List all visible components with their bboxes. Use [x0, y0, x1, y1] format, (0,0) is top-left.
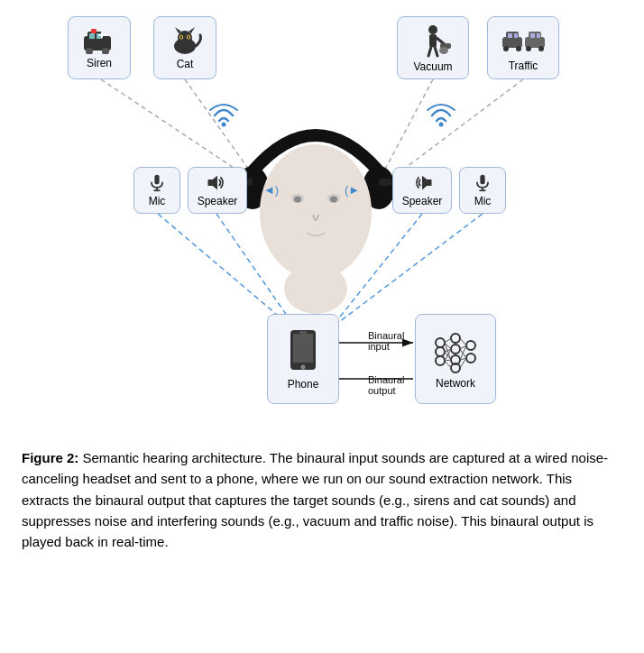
svg-point-76: [436, 356, 445, 365]
svg-text:(►: (►: [345, 183, 360, 197]
svg-point-41: [516, 46, 521, 51]
svg-point-60: [222, 123, 226, 127]
mic-right-label: Mic: [474, 195, 492, 207]
svg-point-29: [428, 25, 437, 34]
siren-box: Siren: [68, 16, 131, 79]
vacuum-box: Vacuum: [397, 16, 469, 79]
svg-rect-57: [379, 179, 391, 186]
svg-point-74: [436, 338, 445, 347]
speaker-right-box: Speaker: [392, 167, 452, 214]
speaker-left-label: Speaker: [198, 195, 238, 207]
svg-point-55: [330, 197, 337, 203]
network-label: Network: [436, 377, 475, 390]
svg-point-82: [466, 354, 475, 363]
network-box: Network: [415, 314, 496, 404]
svg-text:◄): ◄): [263, 183, 279, 197]
svg-marker-66: [422, 176, 432, 190]
svg-rect-71: [293, 334, 313, 363]
svg-point-35: [439, 47, 448, 54]
svg-point-47: [538, 46, 544, 51]
svg-rect-38: [508, 33, 512, 38]
svg-rect-73: [299, 331, 307, 333]
caption-text: Semantic hearing architecture. The binau…: [22, 450, 608, 549]
traffic-label: Traffic: [509, 60, 538, 72]
svg-rect-20: [91, 29, 97, 33]
svg-line-87: [445, 360, 451, 361]
mic-right-box: Mic: [459, 167, 506, 214]
phone-label: Phone: [288, 378, 319, 391]
svg-point-27: [180, 35, 182, 39]
svg-point-54: [294, 197, 301, 203]
mic-left-box: Mic: [133, 167, 180, 214]
svg-point-72: [301, 364, 306, 369]
svg-rect-67: [480, 175, 484, 185]
svg-line-88: [445, 361, 451, 368]
svg-point-61: [439, 123, 444, 127]
svg-line-83: [445, 338, 451, 343]
svg-point-51: [260, 144, 372, 280]
phone-box: Phone: [267, 314, 339, 404]
vacuum-label: Vacuum: [413, 60, 452, 73]
speaker-right-label: Speaker: [402, 195, 443, 207]
svg-line-33: [428, 47, 431, 56]
speaker-left-box: Speaker: [188, 167, 247, 214]
svg-point-46: [526, 46, 531, 51]
svg-point-77: [451, 334, 460, 343]
svg-point-28: [188, 35, 189, 39]
svg-line-34: [435, 47, 437, 56]
cat-label: Cat: [177, 58, 194, 70]
mic-left-label: Mic: [149, 195, 166, 207]
svg-point-75: [436, 347, 445, 356]
svg-rect-45: [537, 33, 540, 38]
svg-point-81: [466, 341, 475, 350]
svg-rect-17: [101, 32, 103, 38]
caption-label: Figure 2:: [22, 450, 78, 465]
wifi-wave-left: [206, 97, 242, 137]
svg-point-40: [503, 46, 509, 51]
svg-line-91: [460, 338, 466, 345]
binaural-output-label: Binaural output: [368, 374, 404, 396]
svg-rect-30: [429, 34, 437, 47]
svg-rect-39: [514, 33, 518, 38]
wifi-wave-right: [423, 97, 459, 137]
svg-marker-65: [208, 176, 218, 190]
svg-rect-14: [89, 33, 95, 39]
traffic-box: Traffic: [487, 16, 559, 79]
diagram-area: Siren Cat: [0, 0, 644, 433]
svg-point-78: [451, 345, 460, 354]
binaural-input-label: Binaural input: [368, 330, 404, 352]
cat-box: Cat: [153, 16, 216, 79]
siren-label: Siren: [87, 57, 112, 69]
svg-rect-62: [154, 175, 159, 185]
svg-rect-44: [530, 33, 535, 38]
caption: Figure 2: Semantic hearing architecture.…: [0, 433, 644, 570]
